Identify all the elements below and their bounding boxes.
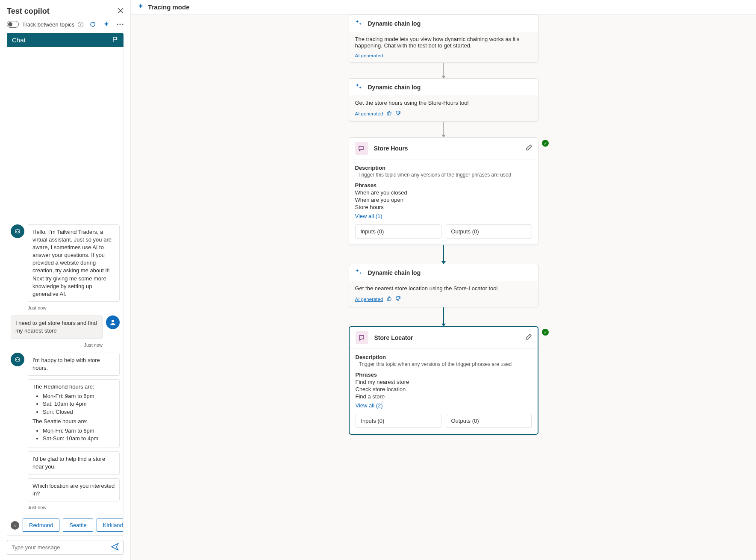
tracing-title: Tracing mode bbox=[148, 3, 190, 11]
card-body-text: Get the nearest store location using the… bbox=[355, 285, 532, 292]
bot-message-row: Hello, I'm Tailwind Traders, a virtual a… bbox=[11, 224, 120, 302]
bot-bubble-hours: The Redmond hours are: Mon-Fri: 9am to 6… bbox=[28, 379, 120, 448]
redmond-hours-label: The Redmond hours are: bbox=[32, 383, 115, 391]
edit-icon[interactable] bbox=[526, 144, 532, 152]
chain-icon bbox=[355, 83, 362, 91]
topic-title: Store Hours bbox=[374, 145, 408, 152]
tracing-canvas[interactable]: Dynamic chain log The tracing mode lets … bbox=[131, 15, 756, 560]
bot-bubble: Which location are you interested in? bbox=[28, 478, 120, 501]
phrase-item: Store hours bbox=[355, 204, 532, 210]
phrases-label: Phrases bbox=[355, 182, 532, 189]
card-title: Dynamic chain log bbox=[368, 20, 421, 27]
flag-icon[interactable] bbox=[112, 36, 118, 44]
description-text: Trigger this topic when any versions of … bbox=[359, 172, 532, 178]
card-title: Dynamic chain log bbox=[368, 84, 421, 91]
svg-point-4 bbox=[16, 231, 17, 232]
sparkle-icon[interactable] bbox=[103, 21, 110, 28]
suggestion-button[interactable]: Seattle bbox=[63, 519, 93, 532]
card-body-text: The tracing mode lets you view how dynam… bbox=[355, 36, 532, 49]
description-label: Description bbox=[355, 165, 532, 171]
timestamp: Just now bbox=[11, 342, 103, 348]
list-item: Sat: 10am to 4pm bbox=[43, 400, 115, 408]
thumbs-down-icon[interactable] bbox=[395, 110, 401, 117]
edit-icon[interactable] bbox=[525, 334, 532, 342]
list-item: Mon-Fri: 9am to 6pm bbox=[43, 427, 115, 435]
check-badge-icon: ✓ bbox=[542, 329, 549, 336]
chat-tab-label: Chat bbox=[12, 36, 26, 44]
connector-arrow bbox=[443, 63, 444, 78]
message-input[interactable] bbox=[12, 544, 111, 551]
bot-bubble: I'd be glad to help find a store near yo… bbox=[28, 451, 120, 475]
ai-generated-link[interactable]: AI generated bbox=[355, 53, 383, 58]
user-message-row: I need to get store hours and find my ne… bbox=[11, 315, 120, 339]
outputs-button[interactable]: Outputs (0) bbox=[446, 414, 532, 428]
connector-arrow bbox=[443, 245, 444, 264]
list-item: Sat-Sun: 10am to 4pm bbox=[43, 435, 115, 442]
svg-point-8 bbox=[16, 359, 17, 360]
user-avatar-icon bbox=[106, 315, 120, 329]
bot-bubble: I'm happy to help with store hours. bbox=[28, 353, 120, 376]
thumbs-down-icon[interactable] bbox=[395, 296, 401, 303]
refresh-icon[interactable] bbox=[89, 21, 96, 28]
svg-point-6 bbox=[112, 320, 114, 322]
phrase-item: When are you closed bbox=[355, 189, 532, 196]
phrase-item: Check store location bbox=[356, 386, 532, 392]
svg-point-5 bbox=[18, 231, 19, 232]
suggestion-button[interactable]: Redmond bbox=[23, 519, 59, 532]
ai-generated-link[interactable]: AI generated bbox=[355, 297, 383, 302]
info-icon[interactable]: i bbox=[78, 22, 83, 27]
thumbs-up-icon[interactable] bbox=[386, 110, 392, 117]
chain-log-card: Dynamic chain log The tracing mode lets … bbox=[349, 15, 538, 63]
track-toggle[interactable] bbox=[7, 21, 19, 28]
chain-icon bbox=[355, 268, 362, 277]
chevron-left-icon[interactable]: ‹ bbox=[11, 521, 19, 530]
topic-card-store-hours[interactable]: Store Hours Description Trigger this top… bbox=[349, 137, 538, 245]
bot-avatar-icon bbox=[11, 353, 24, 366]
description-text: Trigger this topic when any versions of … bbox=[359, 361, 532, 367]
chain-icon bbox=[355, 19, 362, 27]
topic-title: Store Locator bbox=[374, 334, 413, 341]
panel-header: Test copilot bbox=[7, 3, 124, 18]
view-all-link[interactable]: View all (2) bbox=[356, 402, 383, 409]
list-item: Sun: Closed bbox=[43, 408, 115, 416]
more-icon[interactable] bbox=[117, 21, 124, 28]
timestamp: Just now bbox=[28, 505, 120, 510]
thumbs-up-icon[interactable] bbox=[386, 296, 392, 303]
ai-generated-link[interactable]: AI generated bbox=[355, 111, 383, 116]
suggestion-row: ‹ Redmond Seattle Kirkland › bbox=[11, 519, 120, 532]
outputs-button[interactable]: Outputs (0) bbox=[446, 224, 532, 239]
tracing-panel: Tracing mode Dynamic chain log The traci… bbox=[131, 0, 756, 560]
chain-log-card: Dynamic chain log Get the store hours us… bbox=[349, 78, 538, 122]
svg-point-2 bbox=[122, 24, 124, 25]
card-body-text: Get the store hours using the Store-Hour… bbox=[355, 100, 532, 106]
svg-point-1 bbox=[120, 24, 121, 25]
bot-bubble: Hello, I'm Tailwind Traders, a virtual a… bbox=[28, 224, 120, 302]
topic-icon bbox=[355, 142, 368, 155]
sparkle-icon bbox=[138, 3, 144, 11]
svg-point-9 bbox=[18, 359, 19, 360]
svg-rect-3 bbox=[15, 230, 20, 233]
list-item: Mon-Fri: 9am to 6pm bbox=[43, 392, 115, 400]
topic-icon bbox=[356, 331, 368, 344]
connector-arrow bbox=[443, 122, 444, 137]
topic-card-store-locator[interactable]: Store Locator Description Trigger this t… bbox=[349, 326, 538, 435]
check-badge-icon: ✓ bbox=[542, 140, 549, 147]
seattle-hours-label: The Seattle hours are: bbox=[32, 418, 115, 425]
inputs-button[interactable]: Inputs (0) bbox=[356, 414, 441, 428]
close-icon[interactable] bbox=[118, 8, 124, 15]
inputs-button[interactable]: Inputs (0) bbox=[355, 224, 441, 239]
phrases-label: Phrases bbox=[356, 371, 532, 378]
send-icon[interactable] bbox=[111, 543, 119, 552]
test-copilot-panel: Test copilot Track between topics i Chat bbox=[0, 0, 131, 560]
view-all-link[interactable]: View all (1) bbox=[355, 213, 382, 219]
suggestion-button[interactable]: Kirkland bbox=[97, 519, 124, 532]
track-label: Track between topics bbox=[22, 21, 74, 28]
timestamp: Just now bbox=[28, 305, 120, 310]
phrase-item: Find a store bbox=[356, 393, 532, 400]
user-bubble: I need to get store hours and find my ne… bbox=[11, 315, 103, 339]
message-input-row bbox=[7, 540, 124, 555]
description-label: Description bbox=[356, 354, 532, 360]
panel-title: Test copilot bbox=[7, 7, 50, 16]
chat-body[interactable]: Hello, I'm Tailwind Traders, a virtual a… bbox=[7, 47, 124, 536]
chat-tab-header: Chat bbox=[7, 33, 124, 47]
